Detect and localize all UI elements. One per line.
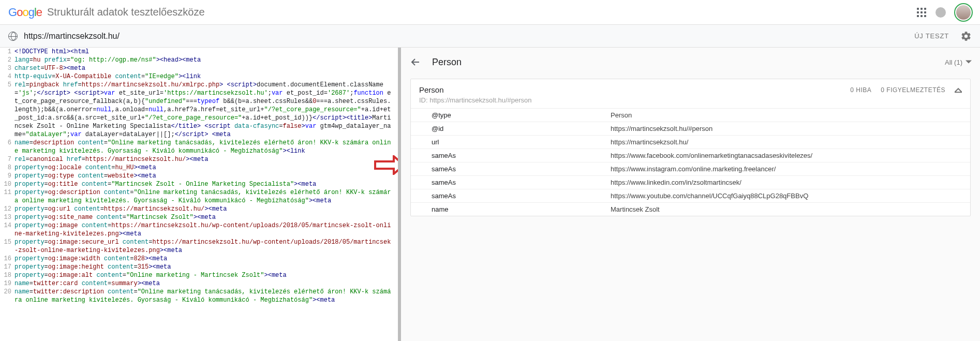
code-text[interactable]: name=description content="Online marketi… <box>14 139 398 155</box>
code-line[interactable]: 15property=og:image:secure_url content=h… <box>0 238 398 255</box>
code-text[interactable]: property=og:image content=https://martin… <box>14 221 398 238</box>
account-avatar[interactable] <box>955 4 972 21</box>
code-text[interactable]: property=og:url content=https://martincs… <box>14 205 398 213</box>
tested-url[interactable]: https://martincsekzsolt.hu/ <box>24 32 120 41</box>
table-row[interactable]: @typePerson <box>411 109 970 122</box>
property-key: @id <box>411 122 602 136</box>
code-line[interactable]: 14property=og:image content=https://mart… <box>0 221 398 238</box>
line-number: 15 <box>0 238 14 255</box>
code-text[interactable]: property=og:description content="Online … <box>14 188 398 205</box>
code-text[interactable]: rel=canonical href=https://martincsekzso… <box>14 155 398 164</box>
table-row[interactable]: sameAshttps://www.linkedin.com/in/zsoltm… <box>411 176 970 189</box>
collapse-chevron-icon[interactable] <box>955 86 962 94</box>
code-line[interactable]: 20name=twitter:description content="Onli… <box>0 288 398 304</box>
code-text[interactable]: property=og:image:secure_url content=htt… <box>14 238 398 255</box>
line-number: 5 <box>0 81 14 139</box>
code-line[interactable]: 5rel=pingback href=https://martincsekzso… <box>0 81 398 139</box>
card-id: ID: https://martincsekzsolt.hu/#person <box>411 96 970 108</box>
line-number: 3 <box>0 64 14 72</box>
code-text[interactable]: charset=UTF-8><meta <box>14 64 398 72</box>
code-line[interactable]: 7rel=canonical href=https://martincsekzs… <box>0 155 398 164</box>
property-key: sameAs <box>411 189 602 203</box>
property-value: https://www.linkedin.com/in/zsoltmartinc… <box>602 176 970 189</box>
code-text[interactable]: name=twitter:description content="Online… <box>14 288 398 304</box>
code-line[interactable]: 4http-equiv=X-UA-Compatible content="IE=… <box>0 72 398 81</box>
error-count: 0 HIBA <box>850 86 871 94</box>
code-line[interactable]: 1<!DOCTYPE html><html <box>0 48 398 56</box>
property-value: https://www.facebook.com/onlinemarketing… <box>602 149 970 162</box>
code-line[interactable]: 19name=twitter:card content=summary><met… <box>0 279 398 288</box>
code-line[interactable]: 10property=og:title content="Martincsek … <box>0 180 398 188</box>
globe-icon <box>8 32 18 41</box>
google-logo[interactable]: Google <box>8 6 42 19</box>
property-value: https://martincsekzsolt.hu/#person <box>602 122 970 136</box>
code-text[interactable]: property=og:image:alt content="Online ma… <box>14 271 398 279</box>
code-line[interactable]: 2lang=hu prefix="og: http://ogp.me/ns#">… <box>0 56 398 64</box>
property-key: @type <box>411 109 602 122</box>
property-key: sameAs <box>411 162 602 176</box>
line-number: 8 <box>0 164 14 172</box>
apps-grid-icon[interactable] <box>917 8 926 17</box>
line-number: 10 <box>0 180 14 188</box>
table-row[interactable]: sameAshttps://www.youtube.com/channel/UC… <box>411 189 970 203</box>
property-value: https://www.instagram.com/online.marketi… <box>602 162 970 176</box>
code-text[interactable]: lang=hu prefix="og: http://ogp.me/ns#"><… <box>14 56 398 64</box>
line-number: 14 <box>0 221 14 238</box>
table-row[interactable]: sameAshttps://www.facebook.com/onlinemar… <box>411 149 970 162</box>
property-key: url <box>411 136 602 149</box>
code-text[interactable]: rel=pingback href=https://martincsekzsol… <box>14 81 398 139</box>
line-number: 7 <box>0 155 14 164</box>
code-text[interactable]: http-equiv=X-UA-Compatible content="IE=e… <box>14 72 398 81</box>
table-row[interactable]: @idhttps://martincsekzsolt.hu/#person <box>411 122 970 136</box>
new-test-button[interactable]: ÚJ TESZT <box>914 32 949 40</box>
code-line[interactable]: 11property=og:description content="Onlin… <box>0 188 398 205</box>
code-text[interactable]: property=og:site_name content="Martincse… <box>14 213 398 221</box>
results-filter-label[interactable]: All (1) <box>945 58 962 66</box>
source-code-panel[interactable]: 1<!DOCTYPE html><html2lang=hu prefix="og… <box>0 48 401 341</box>
property-key: sameAs <box>411 149 602 162</box>
code-text[interactable]: property=og:locale content=hu_HU><meta <box>14 164 398 172</box>
code-text[interactable]: name=twitter:card content=summary><meta <box>14 279 398 288</box>
dropdown-arrow-icon[interactable] <box>966 59 972 65</box>
property-key: name <box>411 203 602 216</box>
results-panel: Person All (1) Person 0 HIBA 0 FIGYELMEZ… <box>401 48 980 341</box>
warning-count: 0 FIGYELMEZTETÉS <box>881 86 945 94</box>
property-value: Person <box>602 109 970 122</box>
code-line[interactable]: 8property=og:locale content=hu_HU><meta <box>0 164 398 172</box>
property-key: sameAs <box>411 176 602 189</box>
line-number: 11 <box>0 188 14 205</box>
notifications-icon[interactable] <box>936 7 946 18</box>
result-card: Person 0 HIBA 0 FIGYELMEZTETÉS ID: https… <box>410 79 971 216</box>
code-line[interactable]: 16property=og:image:width content=828><m… <box>0 255 398 263</box>
table-row[interactable]: nameMartincsek Zsolt <box>411 203 970 216</box>
table-row[interactable]: sameAshttps://www.instagram.com/online.m… <box>411 162 970 176</box>
code-text[interactable]: property=og:title content="Martincsek Zs… <box>14 180 398 188</box>
line-number: 1 <box>0 48 14 56</box>
line-number: 16 <box>0 255 14 263</box>
code-text[interactable]: property=og:image:width content=828><met… <box>14 255 398 263</box>
back-arrow-icon[interactable] <box>409 56 422 68</box>
code-text[interactable]: property=og:type content=website><meta <box>14 172 398 180</box>
properties-table: @typePerson@idhttps://martincsekzsolt.hu… <box>411 108 970 216</box>
code-line[interactable]: 13property=og:site_name content="Martinc… <box>0 213 398 221</box>
code-line[interactable]: 9property=og:type content=website><meta <box>0 172 398 180</box>
line-number: 13 <box>0 213 14 221</box>
line-number: 19 <box>0 279 14 288</box>
settings-gear-icon[interactable] <box>960 31 972 42</box>
table-row[interactable]: urlhttps://martincsekzsolt.hu/ <box>411 136 970 149</box>
code-line[interactable]: 18property=og:image:alt content="Online … <box>0 271 398 279</box>
code-text[interactable]: property=og:image:height content=315><me… <box>14 263 398 271</box>
line-number: 12 <box>0 205 14 213</box>
code-line[interactable]: 3charset=UTF-8><meta <box>0 64 398 72</box>
code-line[interactable]: 12property=og:url content=https://martin… <box>0 205 398 213</box>
line-number: 20 <box>0 288 14 304</box>
results-title: Person <box>432 57 462 68</box>
code-line[interactable]: 6name=description content="Online market… <box>0 139 398 155</box>
code-line[interactable]: 17property=og:image:height content=315><… <box>0 263 398 271</box>
app-header: Google Strukturált adatok tesztelőeszköz… <box>0 0 980 25</box>
code-text[interactable]: <!DOCTYPE html><html <box>14 48 398 56</box>
line-number: 6 <box>0 139 14 155</box>
property-value: https://martincsekzsolt.hu/ <box>602 136 970 149</box>
card-type-title: Person <box>419 85 444 94</box>
line-number: 2 <box>0 56 14 64</box>
